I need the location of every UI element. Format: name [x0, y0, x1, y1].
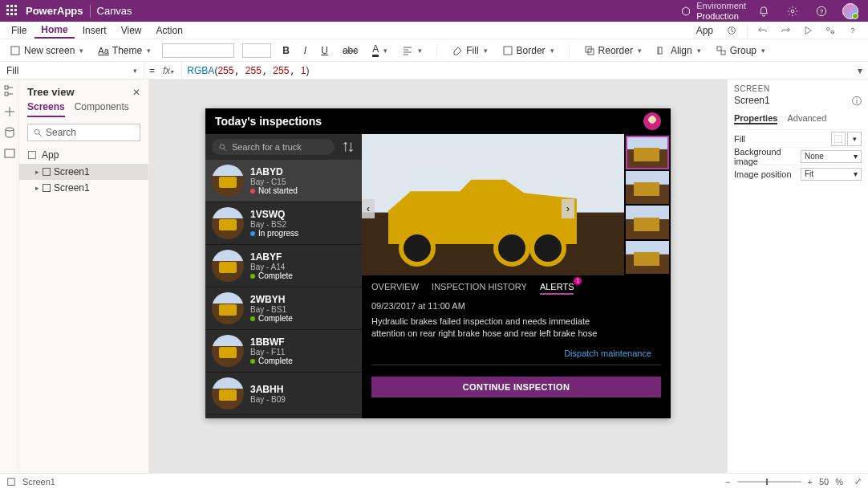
fit-to-window-icon[interactable]: ⤢ — [854, 476, 862, 487]
detail-pane: ‹ › OVERVIEW INSPECTION HISTORY — [362, 134, 671, 418]
truck-list-item[interactable]: 1ABYF Bay - A14 Complete — [205, 245, 362, 287]
underline-button[interactable]: U — [318, 43, 331, 58]
align-text-button[interactable] — [399, 43, 425, 58]
truck-status: Complete — [250, 271, 293, 280]
user-avatar-icon[interactable] — [643, 112, 661, 130]
theme-button[interactable]: AaTheme — [95, 43, 154, 58]
ribbon: New screen AaTheme B I U abc A Fill Bord… — [0, 39, 868, 62]
settings-icon[interactable] — [781, 0, 804, 22]
app-node[interactable]: App — [19, 146, 148, 164]
tree-search-input[interactable]: Search — [27, 124, 140, 141]
thumbnail[interactable] — [626, 241, 669, 275]
tree-view-icon[interactable] — [3, 84, 16, 97]
notifications-icon[interactable] — [752, 0, 775, 22]
italic-button[interactable]: I — [301, 43, 310, 58]
menu-action[interactable]: Action — [150, 23, 189, 38]
document-name[interactable]: Canvas — [97, 5, 132, 17]
menu-insert[interactable]: Insert — [76, 23, 113, 38]
menu-view[interactable]: View — [115, 23, 148, 38]
data-rail-icon[interactable] — [3, 126, 16, 139]
formula-input[interactable]: RGBA(255, 255, 255, 1) — [182, 65, 852, 76]
font-color-button[interactable]: A — [369, 42, 391, 59]
menu-home[interactable]: Home — [34, 22, 74, 39]
continue-button[interactable]: CONTINUE INSPECTION — [371, 377, 661, 397]
app-launcher-icon[interactable] — [6, 5, 19, 18]
media-rail-icon[interactable] — [3, 147, 16, 160]
truck-list-item[interactable]: 3ABHH Bay - B09 — [205, 373, 362, 415]
font-picker[interactable] — [162, 43, 234, 58]
strike-button[interactable]: abc — [339, 43, 361, 58]
truck-bay: Bay - BS1 — [250, 305, 293, 314]
svg-rect-11 — [659, 47, 662, 54]
truck-list-item[interactable]: 1BBWF Bay - F11 Complete — [205, 330, 362, 373]
section-label: SCREEN — [734, 84, 862, 93]
user-avatar[interactable] — [839, 0, 862, 22]
svg-rect-19 — [29, 152, 36, 159]
properties-pane: SCREEN Screen1ⓘ Properties Advanced Fill… — [727, 79, 868, 473]
dispatch-link[interactable]: Dispatch maintenance — [371, 342, 661, 365]
truck-status: In progress — [250, 229, 298, 238]
prev-image-button[interactable]: ‹ — [362, 199, 375, 218]
canvas-area[interactable]: Today's inspections Search for a truck 1… — [149, 79, 727, 473]
next-image-button[interactable]: › — [562, 199, 574, 218]
play-icon[interactable] — [797, 22, 818, 39]
redo-icon[interactable] — [775, 22, 796, 39]
align-button[interactable]: Align — [653, 43, 704, 58]
expand-formula-icon[interactable]: ▾ — [852, 65, 868, 76]
zoom-value: 50 — [819, 477, 829, 487]
alert-badge: 1 — [574, 277, 582, 285]
property-selector[interactable]: Fill▾ — [0, 62, 144, 79]
help2-icon[interactable]: ? — [842, 22, 863, 39]
fill-button[interactable]: Fill — [448, 43, 490, 58]
tab-overview[interactable]: OVERVIEW — [371, 282, 419, 295]
screen-icon — [43, 184, 51, 192]
share-icon[interactable] — [820, 22, 841, 39]
close-icon[interactable]: ✕ — [132, 87, 140, 98]
title-bar: PowerApps Canvas Environment Production … — [0, 0, 868, 22]
undo-icon[interactable] — [752, 22, 773, 39]
truck-list-item[interactable]: 2WBYH Bay - BS1 Complete — [205, 287, 362, 330]
tab-properties[interactable]: Properties — [734, 113, 777, 124]
tab-history[interactable]: INSPECTION HISTORY — [432, 282, 527, 295]
svg-text:?: ? — [850, 26, 854, 35]
left-rail — [0, 79, 19, 473]
app-button[interactable]: App — [690, 23, 720, 38]
info-icon[interactable]: ⓘ — [852, 95, 862, 108]
thumbnail[interactable] — [626, 171, 669, 205]
truck-search-input[interactable]: Search for a truck — [212, 139, 335, 155]
insert-rail-icon[interactable] — [3, 105, 16, 118]
fx-icon[interactable]: fx▾ — [160, 65, 176, 76]
new-screen-button[interactable]: New screen — [6, 43, 87, 58]
bold-button[interactable]: B — [279, 43, 293, 58]
tab-screens[interactable]: Screens — [27, 101, 65, 117]
border-button[interactable]: Border — [499, 43, 558, 58]
bgimg-picker[interactable]: None▾ — [801, 150, 862, 163]
tab-components[interactable]: Components — [75, 101, 129, 117]
group-button[interactable]: Group — [712, 43, 769, 58]
svg-rect-21 — [834, 135, 842, 143]
zoom-slider[interactable] — [737, 481, 801, 483]
environment-picker[interactable]: Environment Production — [680, 1, 746, 20]
reorder-button[interactable]: Reorder — [581, 43, 645, 58]
truck-list-item[interactable]: 1ABYD Bay - C15 Not started — [205, 160, 362, 202]
tab-advanced[interactable]: Advanced — [787, 113, 826, 124]
thumbnail[interactable] — [626, 136, 669, 169]
fill-dropdown[interactable]: ▾ — [847, 132, 862, 146]
alert-text: Hydraulic brakes failed inspection and n… — [362, 314, 610, 342]
menu-file[interactable]: File — [5, 23, 33, 38]
tab-alerts[interactable]: ALERTS1 — [540, 282, 574, 295]
env-label: Environment — [696, 1, 746, 10]
help-icon[interactable]: ? — [810, 0, 833, 22]
tree-node-screen1b[interactable]: ▸ Screen1 — [19, 180, 148, 196]
imgpos-picker[interactable]: Fit▾ — [801, 168, 862, 181]
font-size-picker[interactable] — [242, 43, 271, 58]
thumbnail[interactable] — [626, 206, 669, 239]
truck-thumb-icon — [212, 250, 244, 282]
zoom-in-button[interactable]: + — [808, 477, 813, 487]
zoom-out-button[interactable]: − — [725, 477, 730, 487]
sort-icon[interactable] — [341, 140, 355, 154]
truck-list-item[interactable]: 1VSWQ Bay - BS2 In progress — [205, 202, 362, 245]
tree-node-screen1[interactable]: ▸ Screen1 — [19, 164, 148, 180]
checker-icon[interactable] — [721, 22, 742, 39]
fill-color-picker[interactable] — [831, 132, 846, 146]
